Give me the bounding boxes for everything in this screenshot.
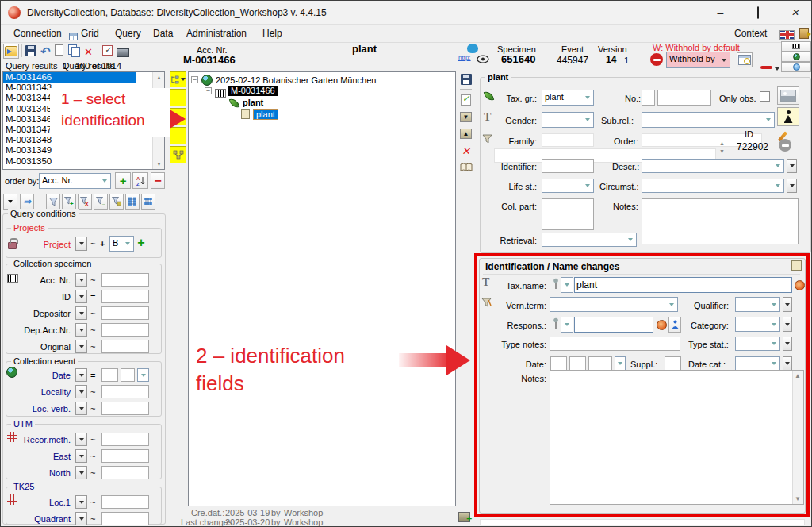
filter-input[interactable] — [102, 385, 149, 398]
date-month-input[interactable]: __ — [121, 368, 135, 382]
qualifier-dropdown[interactable] — [735, 297, 780, 312]
tax-name-input[interactable]: plant — [574, 277, 792, 293]
menu-data[interactable]: Data — [153, 28, 173, 39]
add-order-button[interactable]: + — [115, 172, 131, 189]
date-year-input[interactable]: ____ — [588, 356, 612, 371]
filter-input[interactable] — [102, 495, 149, 509]
sub-rel-dropdown[interactable] — [642, 112, 775, 128]
maximize-button[interactable] — [740, 1, 776, 24]
date-day-input[interactable]: __ — [550, 356, 567, 371]
vern-term-dropdown[interactable] — [550, 297, 678, 312]
filter-operator-dropdown[interactable] — [75, 290, 87, 303]
menu-connection[interactable]: Connection — [13, 28, 62, 39]
clear-filter-button[interactable]: x — [78, 194, 92, 210]
tree-tool-button[interactable] — [170, 89, 186, 106]
filter-input[interactable] — [102, 340, 149, 353]
pin-icon[interactable] — [553, 317, 559, 333]
list-item[interactable]: M-0031466 — [3, 72, 136, 83]
filter-operator-dropdown[interactable] — [75, 466, 87, 479]
eye-icon[interactable] — [477, 55, 489, 63]
filter-operator-dropdown[interactable] — [75, 273, 87, 287]
apply-query-button[interactable]: ⇒ — [20, 194, 34, 210]
filter-input[interactable] — [102, 402, 149, 415]
new-record-button[interactable] — [55, 44, 63, 59]
edit-mode-button[interactable] — [102, 44, 113, 59]
menu-context[interactable]: Context — [734, 28, 767, 39]
tree-node-unit[interactable]: plant — [243, 98, 263, 108]
filter-operator-dropdown[interactable] — [75, 368, 87, 382]
spin-up-icon[interactable]: ▲ — [719, 140, 725, 146]
delete-button[interactable] — [84, 44, 93, 59]
tree-node-identification[interactable]: plant — [253, 109, 278, 120]
filter-operator-dropdown[interactable] — [75, 512, 87, 525]
project-select[interactable]: B — [109, 236, 134, 252]
filter-input[interactable] — [102, 512, 149, 525]
filter-operator-dropdown[interactable] — [75, 433, 87, 446]
grid-view2-button[interactable] — [141, 194, 155, 210]
tree-node-specimen[interactable]: M-0031466 — [228, 86, 278, 96]
circumst-extra-dropdown[interactable] — [787, 179, 797, 193]
agent-link-icon[interactable] — [657, 319, 667, 333]
barcode-view-button[interactable] — [781, 41, 811, 52]
save-unit-button[interactable] — [459, 72, 473, 86]
taxon-link-icon[interactable] — [795, 279, 805, 294]
exit-icon[interactable] — [799, 28, 809, 42]
withhold-detail-button[interactable] — [737, 52, 753, 67]
move-down-button[interactable]: ▼ — [459, 110, 473, 124]
map-view-button[interactable] — [781, 52, 811, 62]
color-marker-icon[interactable] — [760, 58, 772, 72]
minimize-button[interactable] — [703, 1, 738, 24]
close-button[interactable] — [777, 1, 812, 24]
filter-button[interactable] — [46, 194, 60, 210]
delete-unit-button[interactable] — [459, 144, 473, 157]
label-print-button[interactable] — [117, 46, 129, 60]
image-button[interactable] — [777, 86, 799, 105]
filter-operator-dropdown[interactable] — [75, 323, 87, 337]
date-dropdown[interactable] — [137, 368, 149, 382]
scroll-up-icon[interactable]: ▲ — [153, 72, 165, 83]
date-cat-dropdown[interactable] — [735, 356, 780, 371]
filter-operator-dropdown[interactable] — [75, 402, 87, 415]
filter-operator-dropdown[interactable] — [75, 385, 87, 398]
expander-icon[interactable] — [191, 76, 198, 83]
web-view-button[interactable] — [781, 62, 811, 72]
category-extra-dropdown[interactable] — [783, 317, 792, 332]
scroll-down-icon[interactable]: ▼ — [795, 495, 801, 502]
menu-grid[interactable]: Grid — [81, 28, 99, 39]
descr-dropdown[interactable] — [642, 159, 784, 173]
type-stat-extra-dropdown[interactable] — [783, 337, 792, 351]
filter-operator-dropdown[interactable] — [75, 495, 87, 509]
move-up-button[interactable]: ▲ — [459, 127, 473, 140]
life-st-dropdown[interactable] — [542, 179, 594, 193]
save-filter-button[interactable] — [109, 194, 124, 210]
tax-name-mini-dropdown[interactable] — [561, 277, 573, 293]
add-project-button[interactable]: + — [137, 236, 144, 250]
color-marker-dropdown[interactable] — [775, 60, 779, 74]
list-item[interactable]: M-0031350 — [3, 156, 164, 167]
scroll-up-icon[interactable]: ▲ — [795, 372, 801, 379]
edit-filter-button[interactable]: → — [94, 194, 108, 210]
filter-mode-button[interactable] — [3, 194, 17, 210]
gender-dropdown[interactable] — [542, 112, 594, 128]
qualifier-extra-dropdown[interactable] — [783, 297, 792, 312]
date-picker-dropdown[interactable] — [615, 356, 626, 371]
family-input[interactable] — [542, 133, 594, 147]
category-dropdown[interactable] — [735, 317, 780, 332]
scroll-down-icon[interactable]: ▼ — [153, 159, 165, 169]
descr-extra-dropdown[interactable] — [787, 159, 797, 173]
remove-order-button[interactable]: − — [151, 172, 165, 189]
respons-input[interactable] — [574, 317, 653, 333]
no-prefix-input[interactable] — [642, 90, 655, 106]
type-notes-input[interactable] — [550, 337, 680, 351]
retrieval-dropdown[interactable] — [542, 233, 637, 247]
panel-corner-icon[interactable] — [791, 260, 802, 271]
col-part-textarea[interactable] — [542, 198, 594, 230]
date-cat-extra-dropdown[interactable] — [783, 356, 792, 371]
identifier-input[interactable] — [542, 159, 594, 173]
date-day-input[interactable]: __ — [102, 368, 118, 382]
tax-gr-dropdown[interactable]: plant — [542, 90, 594, 106]
grid-view-button[interactable] — [125, 194, 140, 210]
pin-icon[interactable] — [553, 278, 559, 293]
menu-administration[interactable]: Administration — [186, 28, 247, 39]
copy-button[interactable] — [68, 44, 79, 59]
